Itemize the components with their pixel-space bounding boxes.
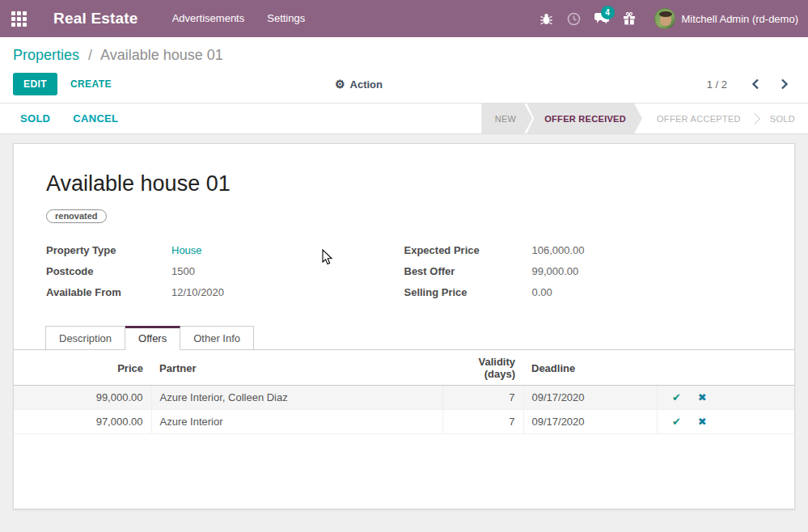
main-content-area: Available house 01 renovated Property Ty… xyxy=(0,134,808,532)
debug-bug-icon[interactable] xyxy=(533,0,561,37)
right-field-group: Expected Price 106,000.00 Best Offer 99,… xyxy=(404,244,763,307)
best-offer-value: 99,000.00 xyxy=(532,265,579,277)
field-label: Expected Price xyxy=(404,244,532,256)
field-postcode: Postcode 1500 xyxy=(46,265,404,277)
app-window: Real Estate Advertisements Settings xyxy=(0,0,808,532)
activities-clock-icon[interactable] xyxy=(561,0,588,37)
field-label: Property Type xyxy=(46,244,171,256)
stage-offer-received[interactable]: OFFER RECEIVED xyxy=(527,103,642,133)
action-label: Action xyxy=(350,78,383,91)
expected-price-value: 106,000.00 xyxy=(532,244,585,256)
status-bar: SOLD CANCEL NEW OFFER RECEIVED OFFER ACC… xyxy=(0,103,808,134)
tag-renovated[interactable]: renovated xyxy=(46,209,107,223)
cancel-button[interactable]: CANCEL xyxy=(73,112,118,125)
offer-price: 97,000.00 xyxy=(14,410,151,434)
offer-partner: Azure Interior xyxy=(151,410,442,434)
nav-item-settings[interactable]: Settings xyxy=(256,0,316,37)
offer-actions: ✔ ✖ xyxy=(657,410,794,434)
messages-chat-icon[interactable]: 4 xyxy=(588,0,616,37)
tab-offers[interactable]: Offers xyxy=(125,326,180,350)
nav-item-advertisements[interactable]: Advertisements xyxy=(161,0,256,37)
column-header-deadline[interactable]: Deadline xyxy=(523,350,657,386)
status-bar-buttons: SOLD CANCEL xyxy=(0,103,481,133)
stage-offer-accepted[interactable]: OFFER ACCEPTED xyxy=(642,103,755,133)
app-name[interactable]: Real Estate xyxy=(53,10,138,27)
field-label: Available From xyxy=(46,286,171,298)
offers-table: Price Partner Validity (days) Deadline 9… xyxy=(14,350,794,434)
column-header-validity[interactable]: Validity (days) xyxy=(442,350,523,386)
messages-count-badge: 4 xyxy=(601,6,615,19)
field-selling-price: Selling Price 0.00 xyxy=(404,286,763,298)
navbar-systray: 4 Mitchell Admin (rd-demo) xyxy=(533,0,808,37)
column-header-actions xyxy=(657,350,794,386)
property-type-link[interactable]: House xyxy=(171,244,202,256)
offers-table-header: Price Partner Validity (days) Deadline xyxy=(14,350,794,386)
record-pager: 1 / 2 xyxy=(707,77,795,91)
pager-value: 1 / 2 xyxy=(707,78,727,91)
field-best-offer: Best Offer 99,000.00 xyxy=(404,265,763,277)
offer-deadline: 09/17/2020 xyxy=(523,410,657,434)
statusbar-stages: NEW OFFER RECEIVED OFFER ACCEPTED SOLD xyxy=(481,103,808,133)
selling-price-value: 0.00 xyxy=(532,286,552,298)
sold-button[interactable]: SOLD xyxy=(20,112,50,125)
tab-other-info[interactable]: Other Info xyxy=(180,326,254,350)
column-header-partner[interactable]: Partner xyxy=(151,350,442,386)
control-panel-buttons-row: EDIT CREATE ⚙ Action 1 / 2 xyxy=(13,72,795,96)
apps-menu-button[interactable] xyxy=(0,0,37,37)
user-avatar[interactable] xyxy=(654,8,675,29)
field-groups: Property Type House Postcode 1500 Availa… xyxy=(46,244,762,307)
gear-icon: ⚙ xyxy=(335,78,345,91)
field-expected-price: Expected Price 106,000.00 xyxy=(404,244,763,256)
breadcrumb-properties-link[interactable]: Properties xyxy=(13,47,79,63)
field-label: Selling Price xyxy=(404,286,532,298)
field-available-from: Available From 12/10/2020 xyxy=(46,286,404,298)
offer-actions: ✔ ✖ xyxy=(657,386,794,410)
offer-validity: 7 xyxy=(442,410,523,434)
accept-offer-check-icon[interactable]: ✔ xyxy=(666,391,688,403)
field-property-type: Property Type House xyxy=(46,244,404,256)
available-from-value: 12/10/2020 xyxy=(171,286,224,298)
page-title: Available house 01 xyxy=(46,171,762,196)
column-header-price[interactable]: Price xyxy=(14,350,151,386)
notebook-tabs: Description Offers Other Info xyxy=(14,325,794,350)
offer-row-1[interactable]: 99,000.00 Azure Interior, Colleen Diaz 7… xyxy=(14,386,794,410)
tab-description[interactable]: Description xyxy=(45,326,125,350)
edit-button[interactable]: EDIT xyxy=(13,73,57,95)
control-panel: Properties / Available house 01 EDIT CRE… xyxy=(0,37,808,103)
field-label: Postcode xyxy=(46,265,171,277)
apps-grid-icon xyxy=(11,11,27,27)
stage-new[interactable]: NEW xyxy=(482,103,533,133)
accept-offer-check-icon[interactable]: ✔ xyxy=(666,416,688,428)
offer-partner: Azure Interior, Colleen Diaz xyxy=(151,386,442,410)
offer-validity: 7 xyxy=(442,386,523,410)
offer-deadline: 09/17/2020 xyxy=(523,386,657,410)
offer-row-2[interactable]: 97,000.00 Azure Interior 7 09/17/2020 ✔ … xyxy=(14,410,794,434)
left-field-group: Property Type House Postcode 1500 Availa… xyxy=(46,244,404,307)
breadcrumb-separator: / xyxy=(88,47,92,63)
user-menu[interactable]: Mitchell Admin (rd-demo) xyxy=(682,13,799,25)
gift-icon[interactable] xyxy=(616,0,643,37)
refuse-offer-x-icon[interactable]: ✖ xyxy=(691,416,713,428)
refuse-offer-x-icon[interactable]: ✖ xyxy=(691,391,713,403)
stage-sold[interactable]: SOLD xyxy=(755,103,808,133)
breadcrumb: Properties / Available house 01 xyxy=(13,47,795,64)
offer-price: 99,000.00 xyxy=(14,386,151,410)
breadcrumb-current-record: Available house 01 xyxy=(100,47,223,63)
field-label: Best Offer xyxy=(404,265,532,277)
create-button[interactable]: CREATE xyxy=(70,78,112,90)
top-navbar: Real Estate Advertisements Settings xyxy=(0,0,808,37)
pager-next-button[interactable] xyxy=(774,77,795,91)
postcode-value: 1500 xyxy=(171,265,195,277)
action-menu-button[interactable]: ⚙ Action xyxy=(335,78,383,91)
form-sheet: Available house 01 renovated Property Ty… xyxy=(13,143,795,509)
pager-previous-button[interactable] xyxy=(745,77,766,91)
